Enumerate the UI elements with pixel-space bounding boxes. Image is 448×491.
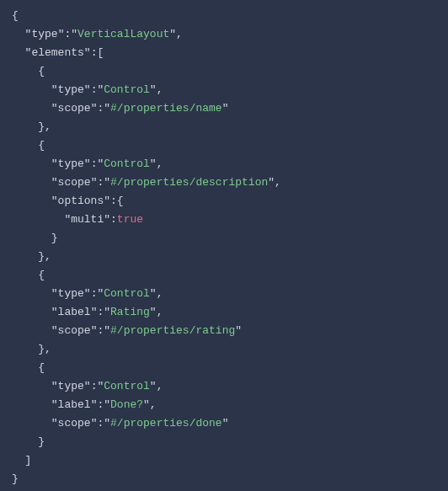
code-line: "elements":[ [12,44,436,62]
token-str: Control [104,83,150,96]
token-punc: ":" [91,398,110,411]
code-line: { [12,266,436,285]
token-punc: { [12,9,19,22]
code-line: "type":"VerticalLayout", [12,25,436,44]
token-key: type [58,287,84,300]
token-key: scope [58,102,91,115]
code-line: { [12,136,436,155]
token-punc: }, [12,120,51,133]
token-str: Control [104,380,150,392]
code-line: }, [12,340,436,359]
code-line: "scope":"#/properties/description", [12,173,436,192]
token-str: #/properties/rating [110,324,235,337]
code-line: "type":"Control", [12,377,436,396]
token-punc: ":" [91,176,110,189]
token-str: #/properties/description [110,176,268,189]
token-key: scope [58,324,91,337]
token-bool: true [117,213,143,226]
token-punc: ", [150,287,163,300]
token-punc: ] [12,454,31,467]
token-punc: " [12,287,58,300]
token-punc: " [12,195,58,207]
code-line: "label":"Rating", [12,303,436,322]
token-punc: ":" [84,83,104,96]
token-punc: ":" [91,102,110,115]
token-punc: ":" [84,157,104,170]
token-str: VerticalLayout [77,28,169,40]
token-punc: " [12,176,58,189]
token-key: type [58,157,84,170]
token-punc: ":{ [104,195,123,207]
token-punc: { [12,65,45,77]
code-line: { [12,62,436,81]
code-line: "scope":"#/properties/done" [12,414,436,433]
token-str: Control [104,157,150,170]
token-punc: ", [169,28,183,40]
token-punc: ":" [91,306,110,318]
token-punc: ":" [58,28,77,40]
token-punc: " [12,417,58,430]
token-punc: { [12,269,45,281]
token-punc: }, [12,250,51,263]
token-punc: } [12,435,45,448]
token-punc: " [12,28,31,40]
token-punc: ", [150,380,163,392]
token-str: #/properties/name [110,102,222,115]
token-punc: ", [150,157,163,170]
token-punc: }, [12,343,51,355]
code-line: } [12,470,436,488]
token-punc: " [12,213,71,226]
token-key: scope [58,176,91,189]
token-punc: ":" [91,417,110,430]
token-key: type [31,28,57,40]
token-punc: { [12,361,45,374]
token-str: Rating [110,306,150,318]
code-line: "options":{ [12,192,436,211]
code-line: } [12,229,436,248]
token-punc: } [12,472,19,485]
token-key: elements [31,46,83,59]
code-line: } [12,433,436,451]
token-key: scope [58,417,91,430]
code-line: { [12,7,436,25]
code-line: "type":"Control", [12,285,436,303]
token-key: label [58,306,91,318]
code-line: "multi":true [12,211,436,229]
code-line: "label":"Done?", [12,396,436,414]
token-punc: " [222,102,229,115]
token-punc: ", [268,176,281,189]
token-punc: " [12,157,58,170]
token-punc: " [222,417,229,430]
token-punc: ":[ [84,46,104,59]
token-key: multi [71,213,104,226]
token-str: #/properties/done [110,417,222,430]
token-str: Done? [110,398,143,411]
token-punc: " [12,324,58,337]
token-key: type [58,83,84,96]
token-key: label [58,398,91,411]
code-line: "scope":"#/properties/rating" [12,322,436,340]
token-punc: { [12,139,45,152]
code-line: { [12,359,436,377]
code-block: { "type":"VerticalLayout", "elements":[ … [12,7,436,488]
token-punc: ":" [91,324,110,337]
token-punc: " [12,398,58,411]
token-punc: " [12,83,58,96]
code-line: "type":"Control", [12,155,436,173]
token-key: options [58,195,104,207]
token-punc: " [235,324,242,337]
code-line: "type":"Control", [12,81,436,99]
token-key: type [58,380,84,392]
code-line: ] [12,451,436,470]
code-line: "scope":"#/properties/name" [12,99,436,118]
token-punc: ": [104,213,117,226]
token-str: Control [104,287,150,300]
token-punc: ":" [84,380,104,392]
token-punc: ", [150,83,163,96]
token-punc: ", [143,398,157,411]
token-punc: " [12,380,58,392]
token-punc: ":" [84,287,104,300]
token-punc: " [12,306,58,318]
code-line: }, [12,248,436,266]
token-punc: " [12,46,31,59]
